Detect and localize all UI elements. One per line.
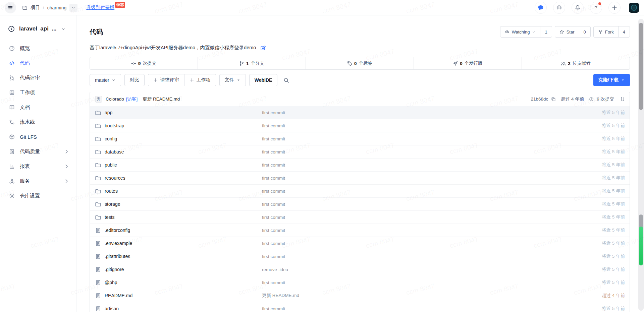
copy-icon[interactable] — [551, 97, 556, 102]
file-row[interactable]: .editorconfigfirst commit将近 5 年前 — [90, 224, 630, 237]
scrollbar-green-marker[interactable] — [639, 227, 643, 265]
file-name[interactable]: tests — [105, 214, 115, 220]
file-row[interactable]: storagefirst commit将近 5 年前 — [90, 198, 630, 211]
file-name[interactable]: bootstrap — [105, 123, 124, 128]
file-name[interactable]: storage — [105, 201, 120, 207]
sidebar-item-code[interactable]: 代码 — [0, 56, 76, 70]
stat-branches[interactable]: 1个分支 — [198, 57, 306, 69]
file-row[interactable]: resourcesfirst commit将近 5 年前 — [90, 172, 630, 185]
chat-button[interactable] — [535, 2, 547, 14]
sidebar-item-work-items[interactable]: 工作项 — [0, 85, 76, 100]
file-commit-message[interactable]: remove .idea — [262, 267, 602, 272]
file-row[interactable]: routesfirst commit将近 5 年前 — [90, 185, 630, 198]
breadcrumb-project-name[interactable]: charming — [47, 5, 67, 10]
file-name[interactable]: app — [105, 110, 112, 115]
file-row[interactable]: .gitattributesfirst commit将近 5 年前 — [90, 250, 630, 263]
file-commit-message[interactable]: first commit — [262, 110, 602, 115]
commit-sha[interactable]: 21b68dc — [531, 97, 548, 102]
sidebar-item-repo-settings[interactable]: 仓库设置 — [0, 188, 76, 203]
files-menu-button[interactable]: 文件 — [219, 74, 246, 86]
watch-count[interactable]: 1 — [540, 26, 551, 37]
commit-author-avatar[interactable]: 旁 — [95, 96, 102, 103]
file-name[interactable]: .editorconfig — [105, 228, 130, 233]
file-row[interactable]: .env.examplefirst commit将近 5 年前 — [90, 237, 630, 250]
help-button[interactable]: ? — [590, 2, 602, 14]
file-commit-message[interactable]: first commit — [262, 228, 602, 233]
file-row[interactable]: configfirst commit将近 5 年前 — [90, 132, 630, 145]
file-commit-message[interactable]: first commit — [262, 123, 602, 128]
page-scrollbar-thumb[interactable] — [639, 23, 643, 110]
stat-releases[interactable]: 0个发行版 — [414, 57, 522, 69]
sidebar-item-overview[interactable]: 概览 — [0, 41, 76, 56]
sidebar-item-reports[interactable]: 报表 — [0, 159, 76, 174]
star-count[interactable]: 0 — [579, 26, 590, 37]
compare-button[interactable]: 对比 — [124, 74, 145, 86]
file-row[interactable]: README.md更新 README.md超过 4 年前 — [90, 289, 630, 302]
file-commit-message[interactable]: first commit — [262, 241, 602, 246]
stat-commits[interactable]: 9次提交 — [90, 57, 198, 69]
file-name[interactable]: config — [105, 136, 117, 141]
search-button[interactable] — [281, 75, 291, 85]
new-workitem-button[interactable]: 工作项 — [184, 74, 216, 86]
file-commit-message[interactable]: first commit — [262, 149, 602, 154]
fork-count[interactable]: 4 — [618, 26, 630, 37]
file-commit-message[interactable]: 更新 README.md — [262, 293, 602, 299]
branch-selector[interactable]: master — [90, 74, 121, 86]
sidebar-item-git-lfs[interactable]: Git LFS — [0, 129, 76, 144]
notifications-button[interactable] — [572, 2, 584, 14]
assistant-button[interactable] — [553, 2, 565, 14]
star-button[interactable]: Star — [555, 26, 579, 37]
watch-button[interactable]: Watching — [500, 26, 540, 37]
file-row[interactable]: publicfirst commit将近 5 年前 — [90, 159, 630, 172]
file-commit-message[interactable]: first commit — [262, 280, 602, 285]
stat-contributors[interactable]: 2位贡献者 — [522, 57, 630, 69]
file-row[interactable]: artisanfirst commit将近 5 年前 — [90, 302, 630, 312]
file-row[interactable]: @phpfirst commit将近 5 年前 — [90, 276, 630, 289]
sidebar-item-code-review[interactable]: 代码评审 — [0, 70, 76, 85]
sidebar-project-name[interactable]: laravel_api_... — [19, 25, 57, 32]
commit-count-link[interactable]: 9 次提交 — [597, 96, 614, 102]
file-commit-message[interactable]: first commit — [262, 306, 602, 311]
fork-button[interactable]: Fork — [594, 26, 618, 37]
commit-message[interactable]: 更新 README.md — [143, 96, 180, 102]
create-new-button[interactable] — [608, 2, 621, 14]
file-name[interactable]: public — [105, 162, 117, 168]
sidebar-item-pipelines[interactable]: 流水线 — [0, 115, 76, 129]
file-name[interactable]: .gitattributes — [105, 254, 130, 259]
sidebar-item-docs[interactable]: 文档 — [0, 100, 76, 115]
file-row[interactable]: .gitignoreremove .idea将近 5 年前 — [90, 263, 630, 276]
commit-author-role-tag[interactable]: [访客] — [126, 96, 138, 102]
file-commit-message[interactable]: first commit — [262, 189, 602, 194]
file-name[interactable]: .gitignore — [105, 267, 124, 272]
file-commit-message[interactable]: first commit — [262, 136, 602, 141]
file-row[interactable]: appfirst commit将近 5 年前 — [90, 106, 630, 119]
upgrade-link[interactable]: 升级到付费版 — [86, 5, 114, 11]
file-commit-message[interactable]: first commit — [262, 254, 602, 259]
file-commit-message[interactable]: first commit — [262, 202, 602, 207]
stat-tags[interactable]: 0个标签 — [306, 57, 414, 69]
new-review-button[interactable]: 请求评审 — [148, 74, 184, 86]
webide-button[interactable]: WebIDE — [249, 74, 278, 86]
commit-author[interactable]: Colorado — [106, 97, 124, 102]
file-name[interactable]: @php — [105, 280, 117, 285]
sidebar-item-code-quality[interactable]: 代码质量 — [0, 144, 76, 159]
clone-download-button[interactable]: 克隆/下载 — [593, 74, 630, 86]
file-name[interactable]: routes — [105, 188, 118, 194]
file-name[interactable]: database — [105, 149, 124, 154]
file-commit-message[interactable]: first commit — [262, 163, 602, 168]
user-avatar[interactable] — [629, 3, 639, 13]
file-commit-message[interactable]: first commit — [262, 176, 602, 181]
sort-icon[interactable] — [620, 97, 625, 102]
edit-description-icon[interactable] — [260, 45, 266, 51]
file-row[interactable]: bootstrapfirst commit将近 5 年前 — [90, 119, 630, 132]
file-name[interactable]: .env.example — [105, 241, 132, 246]
breadcrumb-projects[interactable]: 项目 — [31, 5, 40, 11]
file-row[interactable]: databasefirst commit将近 5 年前 — [90, 145, 630, 159]
chevron-down-icon[interactable] — [61, 27, 65, 31]
file-name[interactable]: resources — [105, 175, 125, 181]
file-name[interactable]: README.md — [105, 293, 132, 298]
project-switcher-button[interactable] — [69, 4, 77, 12]
hamburger-menu-button[interactable] — [5, 2, 16, 13]
sidebar-item-services[interactable]: 服务 — [0, 174, 76, 188]
file-commit-message[interactable]: first commit — [262, 215, 602, 220]
